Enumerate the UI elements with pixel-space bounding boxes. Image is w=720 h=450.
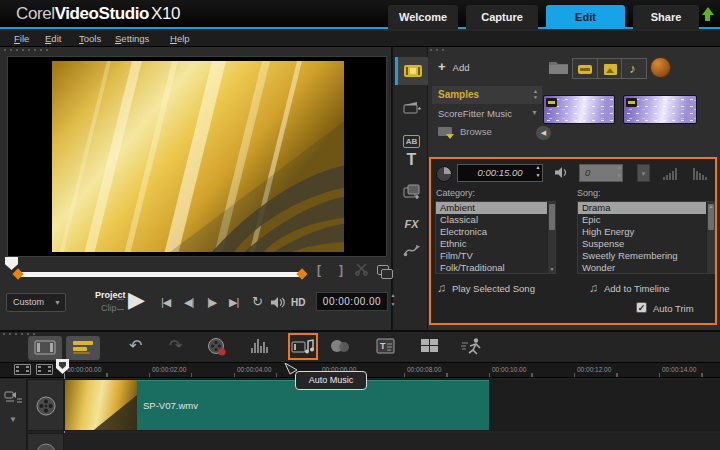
song-item[interactable]: Epic: [578, 214, 714, 226]
auto-music-tooltip: Auto Music: [295, 371, 367, 390]
menu-edit[interactable]: Edit: [45, 33, 61, 44]
import-folder-icon[interactable]: [548, 58, 569, 75]
preview-trackbar[interactable]: [16, 272, 304, 277]
category-item[interactable]: Film/TV: [436, 250, 555, 262]
music-thumbnail-2[interactable]: [623, 95, 697, 124]
duration-field[interactable]: 0:00:15.00: [457, 164, 543, 182]
preview-scrubber-handle[interactable]: [5, 257, 18, 270]
tab-capture[interactable]: Capture: [466, 5, 538, 29]
add-gallery-button[interactable]: +Add: [438, 59, 470, 74]
song-item[interactable]: Drama: [578, 202, 714, 214]
gallery-dropdown-samples[interactable]: Samples ▲▼: [432, 86, 542, 104]
track-transition-icon[interactable]: [330, 339, 352, 354]
transition-button[interactable]: AB: [395, 127, 428, 145]
redo-button[interactable]: ↷: [169, 335, 182, 357]
trim-start-handle[interactable]: [12, 268, 23, 279]
category-item[interactable]: Ethnic: [436, 238, 555, 250]
song-item[interactable]: Wonder: [578, 262, 714, 274]
gallery-scroll-arrows[interactable]: ▲▼: [533, 88, 538, 100]
category-item[interactable]: Classical: [436, 214, 555, 226]
mark-out-button[interactable]: ]: [339, 263, 343, 277]
auto-music-button[interactable]: [288, 333, 318, 360]
clip-mode-toggle[interactable]: Clip: [101, 303, 117, 313]
next-frame-button[interactable]: |▶: [207, 296, 216, 309]
timecode-field[interactable]: 00:00:00.00: [316, 292, 388, 311]
subtitle-editor-icon[interactable]: T: [376, 338, 396, 355]
add-to-timeline-button[interactable]: ♫Add to Timeline: [589, 281, 669, 295]
hd-preview-toggle[interactable]: HD: [291, 297, 305, 308]
enlarge-preview-icon[interactable]: [377, 265, 389, 275]
timeline-toolbar: ↶ ↷: [0, 332, 720, 362]
volume-spin-up[interactable]: ▲: [615, 165, 623, 170]
upgrade-arrow-icon[interactable]: [701, 7, 716, 23]
title-button[interactable]: T: [395, 151, 428, 173]
collapse-panel-button[interactable]: ◀: [536, 126, 551, 140]
instant-project-button[interactable]: [395, 97, 428, 119]
play-selected-song-button[interactable]: ♫Play Selected Song: [437, 281, 535, 295]
panel-grip[interactable]: [4, 49, 50, 51]
split-clip-icon[interactable]: [355, 263, 369, 276]
scorefitter-badge-icon[interactable]: [650, 57, 671, 78]
swap-tracks-arrow[interactable]: ▼: [9, 415, 17, 424]
media-library-button[interactable]: [395, 57, 428, 85]
mark-in-button[interactable]: [: [317, 263, 321, 277]
storyboard-view-button[interactable]: [28, 336, 62, 360]
tab-edit[interactable]: Edit: [546, 5, 625, 29]
video-track-row[interactable]: SP-V07.wmv: [64, 379, 720, 431]
track-manager-icon[interactable]: [4, 389, 23, 404]
show-videos-button[interactable]: [573, 59, 598, 78]
motion-path-button[interactable]: [395, 240, 428, 260]
timeline-clip[interactable]: SP-V07.wmv: [65, 380, 489, 430]
song-item[interactable]: High Energy: [578, 226, 714, 238]
volume-dropdown-button[interactable]: ▼: [637, 164, 650, 182]
clip-name: SP-V07.wmv: [143, 400, 198, 411]
timeline-view-button[interactable]: [66, 336, 100, 360]
end-button[interactable]: ▶|: [229, 296, 238, 309]
overlay-track-button[interactable]: [27, 433, 64, 450]
sound-mixer-icon[interactable]: [250, 338, 272, 355]
track-view-toggle-2[interactable]: [36, 364, 53, 375]
song-item[interactable]: Suspense: [578, 238, 714, 250]
gallery-item-scorefitter[interactable]: ScoreFitter Music ▼: [432, 106, 542, 121]
browse-button[interactable]: Browse: [432, 124, 542, 140]
split-screen-template-icon[interactable]: [420, 338, 440, 355]
previous-frame-button[interactable]: ◀|: [184, 296, 193, 309]
menu-file[interactable]: File: [14, 33, 29, 44]
show-audio-button[interactable]: ♪: [622, 59, 646, 78]
motion-tracking-icon[interactable]: [460, 337, 484, 356]
trim-end-handle[interactable]: [296, 268, 307, 279]
video-track-button[interactable]: [27, 379, 64, 431]
category-item[interactable]: Ambient: [436, 202, 555, 214]
repeat-button[interactable]: ↻: [252, 294, 263, 309]
fade-in-icon[interactable]: [663, 168, 677, 180]
category-scrollbar[interactable]: ▼: [547, 202, 555, 273]
undo-button[interactable]: ↶: [129, 335, 142, 357]
menu-help[interactable]: Help: [170, 33, 190, 44]
duration-spin-down[interactable]: ▼: [534, 173, 542, 178]
song-scrollbar[interactable]: ▲: [706, 202, 714, 273]
category-item[interactable]: Folk/Traditional: [436, 262, 555, 274]
auto-trim-checkbox[interactable]: ✓: [636, 302, 647, 313]
music-thumbnail-1[interactable]: [543, 95, 615, 124]
graphic-button[interactable]: [395, 182, 428, 202]
volume-spin-down[interactable]: ▼: [615, 173, 623, 178]
fade-out-icon[interactable]: [693, 168, 707, 180]
menu-settings[interactable]: Settings: [115, 33, 149, 44]
home-button[interactable]: |◀: [161, 296, 170, 309]
track-view-toggle-1[interactable]: [14, 364, 31, 375]
system-volume-icon[interactable]: [271, 297, 287, 309]
show-photos-button[interactable]: [598, 59, 623, 78]
tab-share[interactable]: Share: [633, 5, 699, 29]
duration-spin-up[interactable]: ▲: [534, 165, 542, 170]
filter-button[interactable]: FX: [395, 212, 428, 230]
song-item[interactable]: Sweetly Remembering: [578, 250, 714, 262]
app-window: CorelVideoStudioX10 Welcome Capture Edit…: [0, 0, 720, 450]
auto-trim-label[interactable]: Auto Trim: [653, 303, 694, 314]
play-button[interactable]: ▶: [128, 287, 145, 313]
category-item[interactable]: Electronica: [436, 226, 555, 238]
menu-tools[interactable]: Tools: [79, 33, 101, 44]
overlay-track-row[interactable]: [64, 433, 720, 450]
tab-welcome[interactable]: Welcome: [388, 5, 458, 29]
record-capture-icon[interactable]: [207, 337, 227, 357]
preview-size-select[interactable]: Custom ▼: [6, 293, 66, 312]
